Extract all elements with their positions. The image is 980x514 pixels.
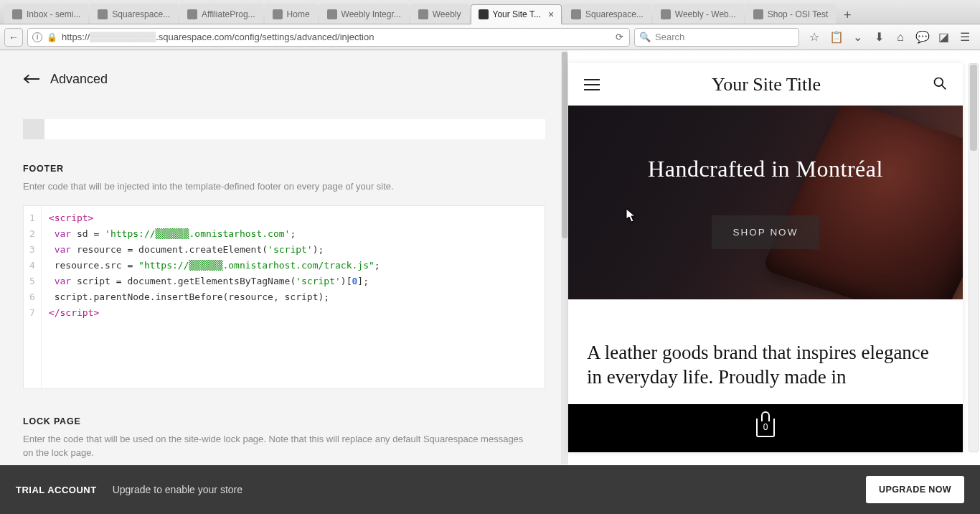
browser-tab[interactable]: Home	[265, 4, 318, 24]
trial-desc: Upgrade to enable your store	[113, 484, 866, 495]
trial-bottombar: TRIAL ACCOUNT Upgrade to enable your sto…	[0, 465, 980, 514]
tab-label: AffiliateProg...	[202, 9, 255, 19]
favicon-icon	[98, 9, 108, 19]
search-icon[interactable]	[933, 76, 947, 93]
search-placeholder: Search	[655, 32, 684, 42]
toolbar-icons: ☆ 📋 ⌄ ⬇ ⌂ 💬 ◪ ☰	[804, 30, 976, 44]
footer-code-editor[interactable]: 1234567 <script> var sd = 'https://▒▒▒▒▒…	[23, 205, 545, 389]
browser-tab-active[interactable]: Your Site T...×	[471, 4, 562, 24]
footer-section-desc: Enter code that will be injected into th…	[23, 179, 545, 194]
header-code-block[interactable]	[23, 119, 545, 139]
tab-label: Weebly	[433, 9, 461, 19]
browser-tab[interactable]: Inbox - semi...	[4, 4, 88, 24]
menu-icon[interactable]: ☰	[958, 30, 971, 44]
browser-tab[interactable]: Weebly Integr...	[319, 4, 409, 24]
preview-body-text: A leather goods brand that inspires eleg…	[568, 299, 963, 404]
browser-tab[interactable]: Squarespace...	[563, 4, 651, 24]
shopping-bag-icon[interactable]: 0	[756, 419, 775, 437]
favicon-icon	[273, 9, 283, 19]
tab-label: Shop - OSI Test	[768, 9, 829, 19]
url-bar[interactable]: i 🔒 https://▒▒▒▒▒▒▒▒▒▒.squarespace.com/c…	[27, 28, 630, 47]
tab-label: Weebly - Web...	[675, 9, 736, 19]
tab-label: Inbox - semi...	[27, 9, 80, 19]
back-button[interactable]: ←	[4, 28, 23, 47]
site-info-icon[interactable]: i	[32, 32, 42, 42]
code-gutter: 1234567	[24, 206, 42, 388]
favicon-icon	[661, 9, 671, 19]
browser-tab[interactable]: Shop - OSI Test	[745, 4, 837, 24]
cart-count: 0	[763, 422, 768, 432]
browser-tab[interactable]: Squarespace...	[90, 4, 178, 24]
pocket-icon[interactable]: ⌄	[851, 30, 864, 44]
favicon-icon	[479, 9, 489, 19]
browser-tab[interactable]: Weebly	[410, 4, 469, 24]
lockpage-section-desc: Enter the code that will be used on the …	[23, 432, 525, 460]
hamburger-icon[interactable]	[584, 79, 600, 90]
preview-scrollbar[interactable]	[969, 63, 979, 452]
scrollbar-thumb[interactable]	[970, 65, 977, 151]
preview-hero: Handcrafted in Montréal SHOP NOW	[568, 106, 963, 299]
svg-line-1	[942, 85, 946, 89]
preview-cart-bar[interactable]: 0	[568, 404, 963, 452]
chat-icon[interactable]: 💬	[915, 30, 928, 44]
tab-label: Your Site T...	[493, 9, 541, 19]
lockpage-section-title: LOCK PAGE	[23, 416, 545, 426]
extension-icon[interactable]: ◪	[937, 30, 950, 44]
tab-label: Squarespace...	[112, 9, 170, 19]
svg-point-0	[935, 78, 943, 86]
preview-site-title[interactable]: Your Site Title	[712, 74, 821, 95]
favicon-icon	[12, 9, 22, 19]
scrollbar-thumb[interactable]	[562, 52, 567, 238]
browser-navbar: ← i 🔒 https://▒▒▒▒▒▒▒▒▒▒.squarespace.com…	[0, 24, 980, 50]
favicon-icon	[418, 9, 428, 19]
bookmark-star-icon[interactable]: ☆	[808, 30, 821, 44]
browser-tab[interactable]: AffiliateProg...	[179, 4, 263, 24]
search-bar[interactable]: 🔍 Search	[634, 28, 799, 47]
browser-tab[interactable]: Weebly - Web...	[653, 4, 744, 24]
hero-heading: Handcrafted in Montréal	[648, 156, 883, 182]
code-area[interactable]: <script> var sd = 'https://▒▒▒▒▒▒.omnist…	[42, 206, 387, 388]
favicon-icon	[753, 9, 763, 19]
favicon-icon	[571, 9, 581, 19]
shop-now-button[interactable]: SHOP NOW	[712, 215, 820, 249]
site-preview: Your Site Title Handcrafted in Montréal …	[568, 63, 963, 452]
clipboard-icon[interactable]: 📋	[829, 30, 842, 44]
back-arrow-icon[interactable]	[23, 70, 40, 88]
new-tab-button[interactable]: +	[837, 6, 857, 24]
tab-label: Weebly Integr...	[341, 9, 401, 19]
preview-header: Your Site Title	[568, 63, 963, 106]
reload-icon[interactable]: ⟳	[613, 32, 625, 42]
tab-label: Squarespace...	[585, 9, 644, 19]
search-icon: 🔍	[639, 32, 651, 42]
favicon-icon	[327, 9, 337, 19]
lock-icon: 🔒	[47, 32, 57, 42]
config-panel: Advanced FOOTER Enter code that will be …	[0, 50, 568, 465]
footer-section-title: FOOTER	[23, 164, 545, 174]
site-preview-wrap: Your Site Title Handcrafted in Montréal …	[568, 50, 980, 465]
config-scrollbar[interactable]	[561, 52, 568, 464]
trial-account-label: TRIAL ACCOUNT	[16, 485, 97, 495]
home-icon[interactable]: ⌂	[894, 31, 907, 44]
downloads-icon[interactable]: ⬇	[872, 30, 885, 44]
url-text: https://▒▒▒▒▒▒▒▒▒▒.squarespace.com/confi…	[62, 32, 609, 42]
favicon-icon	[187, 9, 197, 19]
tab-close-icon[interactable]: ×	[548, 9, 554, 20]
tab-label: Home	[287, 9, 310, 19]
upgrade-now-button[interactable]: UPGRADE NOW	[866, 476, 964, 503]
browser-tabstrip: Inbox - semi... Squarespace... Affiliate…	[0, 0, 980, 24]
panel-title: Advanced	[50, 72, 108, 87]
